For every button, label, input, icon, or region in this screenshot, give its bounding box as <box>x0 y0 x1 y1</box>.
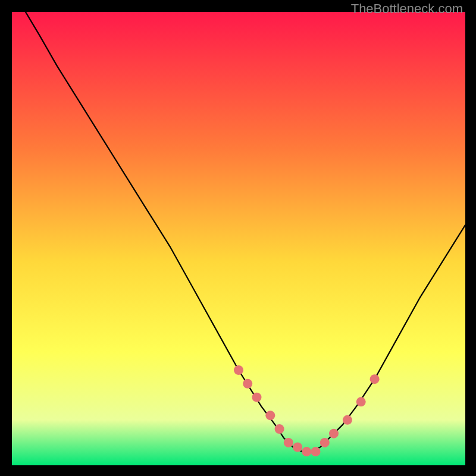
chart-frame <box>12 12 465 465</box>
curve-marker <box>265 411 275 420</box>
curve-marker <box>293 443 302 452</box>
gradient-background <box>12 12 465 465</box>
curve-marker <box>329 429 339 439</box>
curve-marker <box>234 365 243 375</box>
curve-marker <box>370 374 380 384</box>
curve-marker <box>243 379 252 389</box>
curve-marker <box>343 415 352 425</box>
curve-marker <box>320 438 330 447</box>
curve-marker <box>284 438 293 447</box>
curve-marker <box>356 397 366 406</box>
chart-svg <box>12 12 465 465</box>
curve-marker <box>275 424 284 434</box>
watermark-text: TheBottleneck.com <box>351 1 463 17</box>
curve-marker <box>252 393 262 402</box>
curve-marker <box>311 447 321 456</box>
curve-marker <box>302 447 311 456</box>
